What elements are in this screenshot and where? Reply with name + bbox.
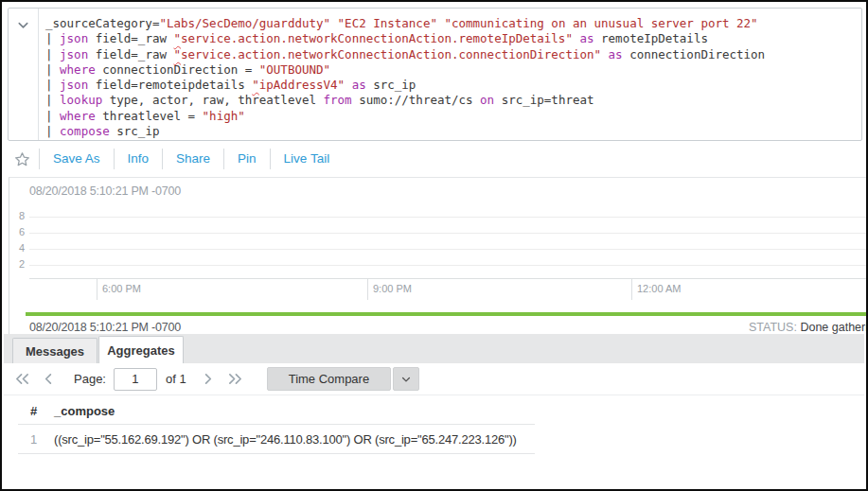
gridline [29, 249, 868, 250]
footer-timestamp: 08/20/2018 5:10:21 PM -0700 [29, 321, 181, 334]
favorite-star-icon[interactable] [13, 150, 31, 168]
y-axis-tick-label: 6 [9, 226, 25, 237]
gridline [29, 217, 868, 218]
compose-cell: ((src_ip="55.162.69.192") OR (src_ip="24… [54, 432, 517, 447]
chevron-down-icon [400, 374, 412, 385]
query-line: | json field=remoteipdetails "ipAddressV… [45, 78, 856, 93]
tab-aggregates[interactable]: Aggregates [98, 336, 184, 364]
gridline [29, 233, 868, 234]
previous-page-button[interactable] [38, 369, 59, 390]
query-line: | where threatlevel = "high" [45, 109, 856, 124]
aggregates-table: # _compose 1 ((src_ip="55.162.69.192") O… [18, 398, 535, 454]
y-axis-tick-label: 4 [9, 242, 25, 254]
table-row[interactable]: 1 ((src_ip="55.162.69.192") OR (src_ip="… [18, 425, 535, 454]
column-header-compose: _compose [54, 404, 115, 418]
y-axis-tick-label: 8 [9, 210, 25, 221]
status-label: STATUS: [749, 321, 797, 334]
time-compare-dropdown-button[interactable] [393, 367, 419, 391]
share-button[interactable]: Share [162, 149, 223, 169]
row-number-cell: 1 [18, 432, 54, 447]
x-axis-line [29, 278, 868, 279]
query-line: | json field=_raw "service.action.networ… [45, 47, 856, 62]
info-button[interactable]: Info [114, 149, 163, 169]
query-line: | json field=_raw "service.action.networ… [45, 31, 856, 46]
sumo-search-window: _sourceCategory="Labs/SecDemo/guardduty"… [0, 0, 868, 491]
query-text[interactable]: _sourceCategory="Labs/SecDemo/guardduty"… [39, 9, 861, 140]
query-line: | lookup type, actor, raw, threatlevel f… [45, 93, 856, 108]
next-page-button[interactable] [198, 369, 219, 390]
aggregates-toolbar: Page: of 1 Time Compare [4, 363, 864, 395]
x-axis-tick [367, 278, 368, 300]
query-collapse-gutter [9, 9, 39, 140]
x-axis-tick-label: 12:00 AM [637, 283, 681, 294]
y-axis-tick-label: 2 [9, 258, 25, 270]
x-axis-tick-label: 9:00 PM [373, 283, 412, 294]
first-page-button[interactable] [11, 369, 32, 390]
x-axis-tick-label: 6:00 PM [102, 283, 141, 294]
gridline [29, 265, 868, 266]
chevron-down-icon[interactable] [16, 18, 30, 140]
results-tab-strip: Messages Aggregates [4, 334, 864, 363]
x-axis-tick [97, 278, 97, 300]
page-input[interactable] [114, 368, 157, 391]
tab-messages[interactable]: Messages [12, 338, 97, 363]
search-status: STATUS: Done gatheri [749, 321, 868, 334]
search-progress-bar [26, 312, 868, 316]
live-tail-button[interactable]: Live Tail [270, 149, 344, 169]
search-toolbar: Save As Info Share Pin Live Tail [8, 142, 864, 176]
page-label: Page: [74, 372, 106, 386]
last-page-button[interactable] [225, 369, 246, 390]
page-of-label: of 1 [166, 372, 186, 386]
column-header-number: # [18, 404, 54, 418]
pin-button[interactable]: Pin [223, 149, 270, 169]
start-timestamp: 08/20/2018 5:10:21 PM -0700 [29, 184, 181, 198]
x-axis-tick [631, 278, 632, 300]
table-header-row: # _compose [18, 398, 535, 425]
search-query-editor[interactable]: _sourceCategory="Labs/SecDemo/guardduty"… [8, 8, 862, 141]
query-line: _sourceCategory="Labs/SecDemo/guardduty"… [45, 16, 856, 31]
status-value: Done gatheri [800, 321, 868, 334]
query-line: | compose src_ip [45, 124, 856, 139]
save-as-button[interactable]: Save As [39, 149, 114, 169]
time-compare-button[interactable]: Time Compare [267, 367, 391, 391]
query-line: | where connectionDirection = "OUTBOUND" [45, 62, 856, 78]
histogram-panel: 08/20/2018 5:10:21 PM -0700 8 6 4 2 6:00… [9, 177, 868, 334]
